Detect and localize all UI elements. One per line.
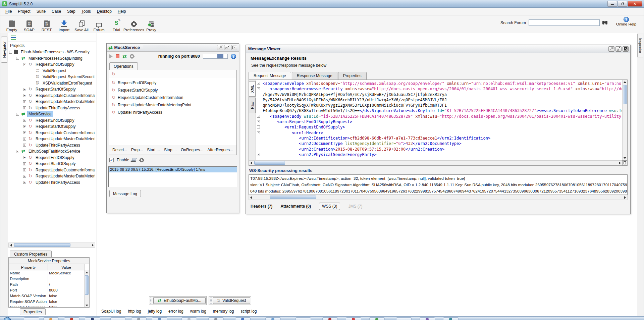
expand-icon[interactable]: + xyxy=(23,88,26,91)
message-log-entry[interactable]: 2015-08-28 09:57:15.316: [RequestEndOfSu… xyxy=(109,167,237,172)
tab-memory-log[interactable]: memory log xyxy=(213,309,234,314)
scroll-down-icon[interactable] xyxy=(85,303,89,308)
tree-item-requestupdatemasterdatameteringpoint[interactable]: +RequestUpdateMasterDataMeteringPoint xyxy=(8,136,95,142)
editor-vscrollbar[interactable] xyxy=(622,80,627,160)
menu-file[interactable]: File xyxy=(2,8,15,15)
tree-item-requestendofsupply[interactable]: +RequestEndOfSupply xyxy=(8,155,95,161)
collapse-icon[interactable]: - xyxy=(23,63,26,66)
descri-button[interactable]: Descri... xyxy=(112,148,127,152)
tab-request-message[interactable]: Request Message xyxy=(249,72,291,80)
expand-icon[interactable]: + xyxy=(23,119,26,122)
preferences-button[interactable]: Preferences xyxy=(125,17,143,32)
restart-icon[interactable] xyxy=(122,54,127,58)
collapse-icon[interactable]: - xyxy=(16,57,19,60)
tree-item-validrequest[interactable]: ValidRequest xyxy=(8,68,95,74)
message-viewer-titlebar[interactable]: Message Viewer xyxy=(246,45,630,53)
tree-item-requestupdatecustomerinformation[interactable]: +RequestUpdateCustomerInformation xyxy=(8,93,95,99)
scroll-up-icon[interactable] xyxy=(85,270,89,275)
stop-button[interactable]: Stop ... xyxy=(164,148,177,152)
tab-message-log[interactable]: Message Log xyxy=(109,190,141,197)
tree-item-validrequest-system-securit[interactable]: ValidRequest-System/Securit xyxy=(8,74,95,80)
fold-collapse-icon[interactable]: - xyxy=(257,82,260,85)
operation-item-requestupdatemasterdatameteringpoint[interactable]: RequestUpdateMasterDataMeteringPoint xyxy=(109,101,236,109)
scroll-right-icon[interactable] xyxy=(623,195,627,200)
log-options-gear-icon[interactable] xyxy=(139,158,144,162)
expand-icon[interactable]: + xyxy=(23,144,26,147)
navigator-hscrollbar[interactable] xyxy=(8,243,95,248)
tree-item-elhubsoapfaultmockservice[interactable]: -ElhubSoapFaultMockService xyxy=(8,148,95,155)
scroll-thumb[interactable] xyxy=(623,85,627,104)
afterreques-button[interactable]: AfterReques... xyxy=(207,148,233,152)
projects-root-label[interactable]: Projects xyxy=(10,43,24,48)
column-header-property[interactable]: Property xyxy=(9,264,48,270)
tree-item-updatethirdpartyaccess[interactable]: +UpdateThirdPartyAccess xyxy=(8,105,95,111)
expand-icon[interactable]: + xyxy=(23,100,26,103)
taskbar-item[interactable] xyxy=(24,317,39,320)
operation-item-requeststartofsupply[interactable]: RequestStartOfSupply xyxy=(109,87,236,94)
tree-item-requestendofsupply[interactable]: -RequestEndOfSupply xyxy=(8,61,95,68)
menu-project[interactable]: Project xyxy=(15,8,33,15)
tab-script-log[interactable]: script log xyxy=(241,309,257,314)
window-maximize-icon[interactable] xyxy=(224,45,230,50)
tree-item-requestupdatecustomerinformation[interactable]: +RequestUpdateCustomerInformation xyxy=(8,130,95,136)
editor-corner-icon[interactable] xyxy=(622,160,627,165)
operation-item-requestupdatecustomerinformation[interactable]: RequestUpdateCustomerInformation xyxy=(109,94,236,101)
elhubsoapfaultmo-button[interactable]: ElhubSoapFaultMo... xyxy=(153,297,206,304)
drag-grip[interactable] xyxy=(210,297,212,304)
tab-operations[interactable]: Operations xyxy=(109,62,138,70)
fold-collapse-icon[interactable]: - xyxy=(257,115,260,118)
tab-headers-7[interactable]: Headers (7) xyxy=(251,204,272,209)
scroll-left-icon[interactable] xyxy=(249,161,253,165)
tree-item-xsdvalidationerrorrequest[interactable]: XSDValidationErrorRequest xyxy=(8,80,95,87)
empty-button[interactable]: Empty xyxy=(3,17,20,32)
table-row[interactable]: Dispatch Responsesfalse xyxy=(9,305,85,308)
expand-icon[interactable]: + xyxy=(23,156,26,159)
clear-log-icon[interactable] xyxy=(132,158,137,161)
tree-item-requeststartofsupply[interactable]: +RequestStartOfSupply xyxy=(8,123,95,130)
search-icon[interactable] xyxy=(602,21,607,24)
scroll-up-icon[interactable] xyxy=(623,80,627,84)
expand-icon[interactable]: + xyxy=(23,181,26,184)
help-icon[interactable] xyxy=(231,54,236,59)
operation-item-updatethirdpartyaccess[interactable]: UpdateThirdPartyAccess xyxy=(109,109,236,116)
search-forum-input[interactable] xyxy=(529,19,600,26)
tab-http-log[interactable]: http log xyxy=(128,309,141,314)
scroll-down-icon[interactable] xyxy=(623,156,627,160)
tree-item-requeststartofsupply[interactable]: +RequestStartOfSupply xyxy=(8,161,95,167)
window-minimize-icon[interactable] xyxy=(608,46,614,52)
online-help[interactable]: Online Help xyxy=(614,17,638,26)
tab-soapui-log[interactable]: SoapUI log xyxy=(101,309,121,314)
editor-hscrollbar[interactable] xyxy=(249,160,622,165)
run-icon[interactable] xyxy=(109,54,113,58)
operation-item-requestendofsupply[interactable]: RequestEndOfSupply xyxy=(109,79,236,87)
properties-vscrollbar[interactable] xyxy=(84,270,89,308)
tree-item-updatethirdpartyaccess[interactable]: +UpdateThirdPartyAccess xyxy=(8,142,95,149)
tree-item-updatethirdpartyaccess[interactable]: +UpdateThirdPartyAccess xyxy=(8,179,95,186)
trial-button[interactable]: STrial xyxy=(108,17,125,32)
tree-item-requestupdatecustomerinformation[interactable]: +RequestUpdateCustomerInformation xyxy=(8,167,95,173)
menu-suite[interactable]: Suite xyxy=(34,8,49,15)
table-row[interactable]: Require SOAP Actionfalse xyxy=(9,299,85,305)
enable-checkbox[interactable] xyxy=(109,158,114,162)
tab-jetty-log[interactable]: jetty log xyxy=(148,309,162,314)
scroll-thumb[interactable] xyxy=(270,196,316,199)
import-button[interactable]: Import xyxy=(55,17,73,32)
tree-options-icon[interactable] xyxy=(11,36,16,40)
scroll-thumb[interactable] xyxy=(14,243,70,247)
tab-custom-properties[interactable]: Custom Properties xyxy=(10,251,52,257)
validrequest-button[interactable]: ValidRequest xyxy=(213,297,250,304)
taskbar-item[interactable] xyxy=(296,317,311,320)
expand-icon[interactable]: + xyxy=(23,131,26,134)
table-row[interactable]: Description xyxy=(9,276,85,282)
expand-icon[interactable]: + xyxy=(23,125,26,128)
tab-properties[interactable]: Properties xyxy=(338,72,367,80)
start-button[interactable]: Start ... xyxy=(147,148,160,152)
scroll-left-icon[interactable] xyxy=(249,195,253,200)
taskbar-item[interactable] xyxy=(110,317,126,320)
table-row[interactable]: Path/ xyxy=(9,282,85,287)
soap-button[interactable]: SOAP xyxy=(20,17,38,32)
fold-collapse-icon[interactable]: - xyxy=(257,125,260,128)
tab-attachments-0[interactable]: Attachments (0) xyxy=(280,204,311,209)
fold-collapse-icon[interactable]: - xyxy=(257,120,260,123)
tree-spacer[interactable] xyxy=(30,75,33,78)
